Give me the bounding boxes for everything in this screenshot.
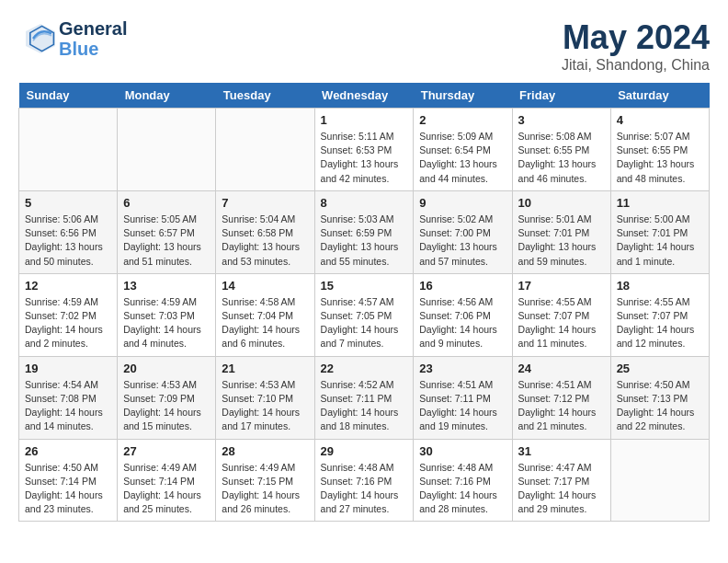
calendar-cell: 18Sunrise: 4:55 AMSunset: 7:07 PMDayligh… [610, 273, 709, 356]
day-number: 28 [222, 444, 308, 458]
day-number: 24 [518, 362, 605, 375]
calendar-cell: 23Sunrise: 4:51 AMSunset: 7:11 PMDayligh… [414, 356, 512, 439]
day-number: 13 [123, 279, 210, 293]
logo-line2: Blue [59, 39, 127, 59]
day-number: 23 [419, 362, 506, 375]
calendar-cell: 29Sunrise: 4:48 AMSunset: 7:16 PMDayligh… [314, 439, 414, 522]
day-number: 12 [25, 279, 111, 293]
day-info: Sunrise: 4:51 AMSunset: 7:11 PMDaylight:… [419, 378, 506, 434]
day-info: Sunrise: 4:48 AMSunset: 7:16 PMDaylight:… [419, 461, 506, 517]
day-number: 21 [222, 362, 308, 375]
calendar-cell: 5Sunrise: 5:06 AMSunset: 6:56 PMDaylight… [19, 190, 118, 273]
day-header-tuesday: Tuesday [216, 83, 314, 109]
day-info: Sunrise: 4:49 AMSunset: 7:15 PMDaylight:… [222, 461, 308, 517]
month-title: May 2024 [562, 18, 710, 57]
day-number: 6 [123, 196, 210, 210]
day-info: Sunrise: 5:01 AMSunset: 7:01 PMDaylight:… [518, 213, 605, 269]
calendar-cell: 1Sunrise: 5:11 AMSunset: 6:53 PMDaylight… [314, 109, 414, 191]
day-info: Sunrise: 4:57 AMSunset: 7:05 PMDaylight:… [321, 295, 408, 351]
day-number: 11 [617, 196, 703, 210]
day-number: 17 [518, 279, 605, 293]
calendar-week-4: 19Sunrise: 4:54 AMSunset: 7:08 PMDayligh… [19, 356, 710, 439]
calendar-cell: 2Sunrise: 5:09 AMSunset: 6:54 PMDaylight… [414, 109, 512, 191]
day-number: 18 [617, 279, 703, 293]
day-info: Sunrise: 4:50 AMSunset: 7:14 PMDaylight:… [25, 461, 111, 517]
day-number: 10 [518, 196, 605, 210]
day-info: Sunrise: 5:02 AMSunset: 7:00 PMDaylight:… [419, 213, 506, 269]
day-info: Sunrise: 4:59 AMSunset: 7:02 PMDaylight:… [25, 295, 111, 351]
day-header-friday: Friday [512, 83, 610, 109]
logo-icon [18, 20, 55, 57]
day-number: 31 [518, 444, 605, 458]
day-header-thursday: Thursday [414, 83, 512, 109]
calendar-week-3: 12Sunrise: 4:59 AMSunset: 7:02 PMDayligh… [19, 273, 710, 356]
calendar-cell: 13Sunrise: 4:59 AMSunset: 7:03 PMDayligh… [118, 273, 216, 356]
day-info: Sunrise: 5:08 AMSunset: 6:55 PMDaylight:… [518, 130, 605, 186]
calendar-header-row: SundayMondayTuesdayWednesdayThursdayFrid… [19, 83, 710, 109]
day-number: 25 [617, 362, 703, 375]
calendar-cell: 17Sunrise: 4:55 AMSunset: 7:07 PMDayligh… [512, 273, 610, 356]
day-info: Sunrise: 4:56 AMSunset: 7:06 PMDaylight:… [419, 295, 506, 351]
logo: General Blue [18, 18, 127, 59]
calendar-cell: 11Sunrise: 5:00 AMSunset: 7:01 PMDayligh… [610, 190, 709, 273]
day-header-wednesday: Wednesday [314, 83, 414, 109]
day-number: 15 [321, 279, 408, 293]
page-header: General Blue May 2024 Jitai, Shandong, C… [18, 18, 710, 74]
calendar-cell: 30Sunrise: 4:48 AMSunset: 7:16 PMDayligh… [414, 439, 512, 522]
day-number: 19 [25, 362, 111, 375]
day-info: Sunrise: 4:47 AMSunset: 7:17 PMDaylight:… [518, 461, 605, 517]
day-number: 5 [25, 196, 111, 210]
calendar-cell: 24Sunrise: 4:51 AMSunset: 7:12 PMDayligh… [512, 356, 610, 439]
day-header-saturday: Saturday [610, 83, 709, 109]
calendar-cell: 21Sunrise: 4:53 AMSunset: 7:10 PMDayligh… [216, 356, 314, 439]
calendar-cell: 14Sunrise: 4:58 AMSunset: 7:04 PMDayligh… [216, 273, 314, 356]
day-info: Sunrise: 5:07 AMSunset: 6:55 PMDaylight:… [617, 130, 703, 186]
day-number: 1 [321, 113, 408, 127]
day-info: Sunrise: 4:58 AMSunset: 7:04 PMDaylight:… [222, 295, 308, 351]
calendar-cell: 26Sunrise: 4:50 AMSunset: 7:14 PMDayligh… [19, 439, 118, 522]
calendar-cell: 12Sunrise: 4:59 AMSunset: 7:02 PMDayligh… [19, 273, 118, 356]
day-number: 16 [419, 279, 506, 293]
day-info: Sunrise: 4:55 AMSunset: 7:07 PMDaylight:… [518, 295, 605, 351]
calendar-cell [19, 109, 118, 191]
day-info: Sunrise: 5:00 AMSunset: 7:01 PMDaylight:… [617, 213, 703, 269]
calendar-week-1: 1Sunrise: 5:11 AMSunset: 6:53 PMDaylight… [19, 109, 710, 191]
title-block: May 2024 Jitai, Shandong, China [562, 18, 710, 74]
calendar-cell [610, 439, 709, 522]
day-number: 9 [419, 196, 506, 210]
day-header-sunday: Sunday [19, 83, 118, 109]
day-info: Sunrise: 4:53 AMSunset: 7:09 PMDaylight:… [123, 378, 210, 434]
calendar-cell: 4Sunrise: 5:07 AMSunset: 6:55 PMDaylight… [610, 109, 709, 191]
calendar-cell: 20Sunrise: 4:53 AMSunset: 7:09 PMDayligh… [118, 356, 216, 439]
day-number: 22 [321, 362, 408, 375]
calendar-week-5: 26Sunrise: 4:50 AMSunset: 7:14 PMDayligh… [19, 439, 710, 522]
day-info: Sunrise: 5:03 AMSunset: 6:59 PMDaylight:… [321, 213, 408, 269]
day-info: Sunrise: 4:55 AMSunset: 7:07 PMDaylight:… [617, 295, 703, 351]
day-info: Sunrise: 5:11 AMSunset: 6:53 PMDaylight:… [321, 130, 408, 186]
calendar-cell: 28Sunrise: 4:49 AMSunset: 7:15 PMDayligh… [216, 439, 314, 522]
calendar-cell: 8Sunrise: 5:03 AMSunset: 6:59 PMDaylight… [314, 190, 414, 273]
calendar-cell: 16Sunrise: 4:56 AMSunset: 7:06 PMDayligh… [414, 273, 512, 356]
calendar-week-2: 5Sunrise: 5:06 AMSunset: 6:56 PMDaylight… [19, 190, 710, 273]
day-number: 4 [617, 113, 703, 127]
day-info: Sunrise: 5:05 AMSunset: 6:57 PMDaylight:… [123, 213, 210, 269]
day-info: Sunrise: 4:51 AMSunset: 7:12 PMDaylight:… [518, 378, 605, 434]
day-info: Sunrise: 4:49 AMSunset: 7:14 PMDaylight:… [123, 461, 210, 517]
day-info: Sunrise: 4:50 AMSunset: 7:13 PMDaylight:… [617, 378, 703, 434]
day-info: Sunrise: 4:59 AMSunset: 7:03 PMDaylight:… [123, 295, 210, 351]
day-number: 14 [222, 279, 308, 293]
day-number: 29 [321, 444, 408, 458]
calendar-cell [216, 109, 314, 191]
calendar-cell: 27Sunrise: 4:49 AMSunset: 7:14 PMDayligh… [118, 439, 216, 522]
day-info: Sunrise: 5:06 AMSunset: 6:56 PMDaylight:… [25, 213, 111, 269]
calendar-table: SundayMondayTuesdayWednesdayThursdayFrid… [18, 83, 710, 522]
day-header-monday: Monday [118, 83, 216, 109]
calendar-cell: 25Sunrise: 4:50 AMSunset: 7:13 PMDayligh… [610, 356, 709, 439]
day-info: Sunrise: 4:48 AMSunset: 7:16 PMDaylight:… [321, 461, 408, 517]
calendar-cell: 3Sunrise: 5:08 AMSunset: 6:55 PMDaylight… [512, 109, 610, 191]
day-info: Sunrise: 5:04 AMSunset: 6:58 PMDaylight:… [222, 213, 308, 269]
day-number: 30 [419, 444, 506, 458]
calendar-cell: 7Sunrise: 5:04 AMSunset: 6:58 PMDaylight… [216, 190, 314, 273]
calendar-cell: 9Sunrise: 5:02 AMSunset: 7:00 PMDaylight… [414, 190, 512, 273]
calendar-cell: 22Sunrise: 4:52 AMSunset: 7:11 PMDayligh… [314, 356, 414, 439]
